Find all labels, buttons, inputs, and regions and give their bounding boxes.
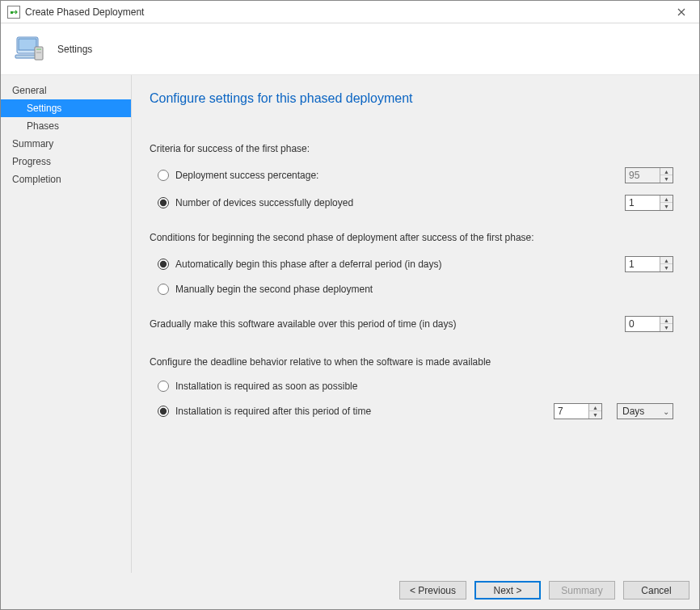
spinner-arrows[interactable]: ▲ ▼ (660, 196, 673, 210)
conditions-days-input[interactable] (626, 257, 660, 271)
gradual-input[interactable] (626, 317, 660, 331)
next-button[interactable]: Next > (474, 581, 541, 599)
wizard-content: Configure settings for this phased deplo… (132, 75, 699, 573)
sidebar-item-completion[interactable]: Completion (1, 170, 131, 188)
conditions-manual-label: Manually begin the second phase deployme… (175, 284, 673, 295)
chevron-up-icon[interactable]: ▲ (589, 404, 601, 411)
sidebar-item-phases[interactable]: Phases (1, 117, 131, 135)
conditions-manual-row: Manually begin the second phase deployme… (158, 284, 673, 295)
conditions-auto-label: Automatically begin this phase after a d… (175, 259, 618, 270)
conditions-group: Conditions for beginning the second phas… (150, 232, 673, 295)
chevron-down-icon[interactable]: ▼ (589, 411, 601, 419)
deadline-after-radio[interactable] (158, 406, 169, 417)
criteria-percent-spinner[interactable]: ▲ ▼ (625, 167, 673, 183)
chevron-up-icon[interactable]: ▲ (660, 257, 673, 264)
deadline-unit-dropdown[interactable]: Days ⌄ (617, 403, 673, 419)
wizard-window: Create Phased Deployment Settings Genera… (0, 0, 700, 610)
svg-rect-6 (36, 52, 41, 53)
cancel-button[interactable]: Cancel (623, 581, 689, 599)
wizard-sidebar: General Settings Phases Summary Progress… (1, 75, 132, 573)
chevron-down-icon[interactable]: ▼ (660, 324, 673, 331)
gradual-label: Gradually make this software available o… (150, 318, 625, 330)
conditions-days-spinner[interactable]: ▲ ▼ (625, 256, 673, 272)
criteria-devices-spinner[interactable]: ▲ ▼ (625, 195, 673, 211)
criteria-devices-radio[interactable] (158, 197, 169, 208)
criteria-devices-input[interactable] (626, 196, 660, 210)
spinner-arrows[interactable]: ▲ ▼ (588, 404, 601, 419)
sidebar-item-progress[interactable]: Progress (1, 153, 131, 170)
computer-icon (12, 32, 46, 66)
deadline-label: Configure the deadline behavior relative… (150, 356, 673, 368)
app-icon (7, 6, 20, 19)
criteria-group: Criteria for success of the first phase:… (150, 143, 673, 211)
gradual-row: Gradually make this software available o… (150, 316, 673, 332)
chevron-up-icon[interactable]: ▲ (660, 196, 673, 203)
sidebar-item-settings[interactable]: Settings (1, 99, 131, 117)
wizard-body: General Settings Phases Summary Progress… (1, 75, 699, 573)
sidebar-item-summary[interactable]: Summary (1, 135, 131, 153)
spinner-arrows[interactable]: ▲ ▼ (660, 257, 673, 271)
gradual-spinner[interactable]: ▲ ▼ (625, 316, 673, 332)
chevron-down-icon[interactable]: ▼ (660, 264, 673, 271)
criteria-devices-row: Number of devices successfully deployed … (158, 195, 673, 211)
deadline-asap-row: Installation is required as soon as poss… (158, 381, 673, 392)
close-button[interactable] (664, 1, 699, 23)
criteria-percent-radio[interactable] (158, 170, 169, 181)
svg-rect-0 (11, 11, 13, 14)
previous-button[interactable]: < Previous (399, 581, 466, 599)
page-title: Configure settings for this phased deplo… (150, 91, 673, 106)
criteria-percent-label: Deployment success percentage: (175, 170, 618, 181)
spinner-arrows[interactable]: ▲ ▼ (660, 317, 673, 331)
deadline-asap-radio[interactable] (158, 381, 169, 392)
wizard-footer: < Previous Next > Summary Cancel (1, 573, 699, 609)
conditions-label: Conditions for beginning the second phas… (150, 232, 673, 243)
summary-button[interactable]: Summary (549, 581, 615, 599)
titlebar: Create Phased Deployment (1, 1, 699, 23)
conditions-auto-radio[interactable] (158, 259, 169, 270)
svg-rect-2 (19, 39, 36, 50)
deadline-after-row: Installation is required after this peri… (158, 403, 673, 419)
svg-rect-5 (36, 48, 41, 50)
criteria-label: Criteria for success of the first phase: (150, 143, 673, 154)
deadline-value-spinner[interactable]: ▲ ▼ (554, 403, 602, 419)
deadline-after-label: Installation is required after this peri… (175, 406, 547, 417)
deadline-value-input[interactable] (555, 404, 588, 419)
deadline-unit-value: Days (622, 406, 644, 417)
window-title: Create Phased Deployment (25, 6, 144, 18)
conditions-manual-radio[interactable] (158, 284, 169, 295)
chevron-down-icon[interactable]: ▼ (660, 203, 673, 210)
criteria-percent-input[interactable] (626, 168, 660, 183)
chevron-up-icon[interactable]: ▲ (660, 317, 673, 324)
criteria-devices-label: Number of devices successfully deployed (175, 197, 618, 208)
chevron-down-icon: ⌄ (663, 407, 669, 416)
spinner-arrows[interactable]: ▲ ▼ (660, 168, 673, 183)
conditions-auto-row: Automatically begin this phase after a d… (158, 256, 673, 272)
wizard-header: Settings (1, 23, 699, 75)
chevron-up-icon[interactable]: ▲ (660, 168, 673, 175)
chevron-down-icon[interactable]: ▼ (660, 175, 673, 183)
close-icon (677, 8, 685, 16)
header-label: Settings (57, 44, 92, 55)
deadline-asap-label: Installation is required as soon as poss… (175, 381, 673, 392)
criteria-percent-row: Deployment success percentage: ▲ ▼ (158, 167, 673, 183)
sidebar-item-general[interactable]: General (1, 82, 131, 99)
deadline-group: Configure the deadline behavior relative… (150, 356, 673, 419)
